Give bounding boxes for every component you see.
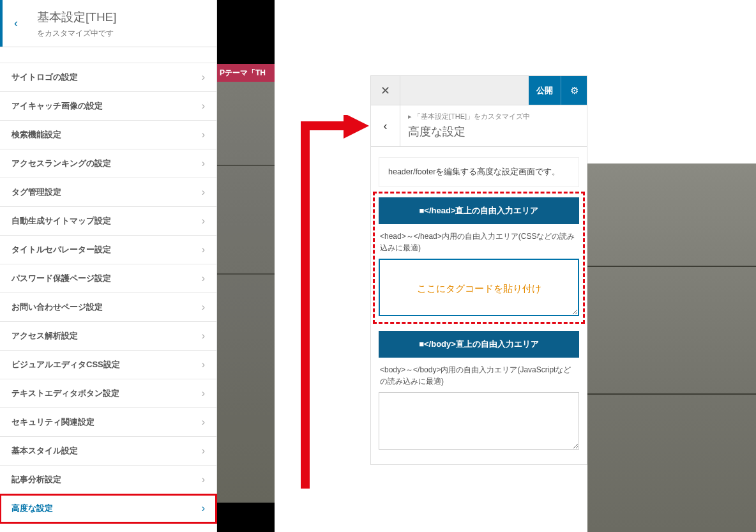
menu-item-label: サイトロゴの設定 bbox=[11, 72, 78, 83]
customizer-right-panel: ✕ 公開 ⚙ ‹ ▸ 「基本設定[THE]」をカスタマイズ中 高度な設定 hea… bbox=[370, 75, 587, 465]
menu-item-14[interactable]: 記事分析設定› bbox=[0, 466, 216, 494]
menu-item-label: 基本スタイル設定 bbox=[11, 445, 78, 457]
back-button[interactable]: ‹ bbox=[371, 105, 400, 146]
chevron-right-icon: › bbox=[202, 129, 205, 141]
settings-gear-button[interactable]: ⚙ bbox=[561, 76, 587, 105]
menu-item-16[interactable]: ユーザーID設定› bbox=[0, 523, 216, 532]
menu-item-label: ビジュアルエディタCSS設定 bbox=[11, 359, 120, 370]
close-icon: ✕ bbox=[381, 84, 390, 98]
chevron-right-icon: › bbox=[202, 388, 205, 399]
section-header: ■</body>直上の自由入力エリア bbox=[379, 331, 579, 358]
chevron-right-icon: › bbox=[202, 416, 205, 428]
menu-item-0[interactable]: サイトロゴの設定› bbox=[0, 63, 216, 92]
right-preview-bg bbox=[587, 163, 756, 532]
menu-item-6[interactable]: タイトルセパレーター設定› bbox=[0, 236, 216, 264]
menu-item-label: タイトルセパレーター設定 bbox=[11, 244, 111, 255]
chevron-right-icon: › bbox=[202, 100, 205, 112]
section-description: <body>～</body>内用の自由入力エリア(JavaScriptなどの読み… bbox=[379, 358, 579, 392]
body-inject-section: ■</body>直上の自由入力エリア <body>～</body>内用の自由入力… bbox=[379, 331, 579, 452]
annotation-arrow-icon bbox=[216, 115, 369, 498]
section-description: <head>～</head>内用の自由入力エリア(CSSなどの読み込みに最適) bbox=[379, 224, 579, 259]
menu-item-15[interactable]: 高度な設定› bbox=[0, 494, 216, 523]
chevron-right-icon: › bbox=[202, 72, 205, 83]
head-inject-section: ■</head>直上の自由入力エリア <head>～</head>内用の自由入力… bbox=[379, 197, 579, 318]
menu-item-label: 自動生成サイトマップ設定 bbox=[11, 215, 111, 227]
gear-icon: ⚙ bbox=[570, 85, 578, 96]
panel-subtitle: をカスタマイズ中です bbox=[37, 28, 117, 39]
chevron-left-icon: ‹ bbox=[384, 119, 388, 133]
panel-title: 基本設定[THE] bbox=[37, 9, 117, 26]
chevron-right-icon: › bbox=[202, 158, 205, 169]
theme-top-bar-text: Pテーマ「TH bbox=[220, 68, 266, 79]
menu-item-1[interactable]: アイキャッチ画像の設定› bbox=[0, 92, 216, 121]
customizer-left-panel: ‹ 基本設定[THE] をカスタマイズ中です サイトロゴの設定›アイキャッチ画像… bbox=[0, 0, 217, 532]
close-button[interactable]: ✕ bbox=[371, 76, 400, 105]
head-code-textarea[interactable] bbox=[379, 259, 579, 316]
panel-description: header/footerを編集する高度な設定画面です。 bbox=[379, 157, 579, 187]
menu-item-4[interactable]: タグ管理設定› bbox=[0, 178, 216, 207]
menu-item-10[interactable]: ビジュアルエディタCSS設定› bbox=[0, 351, 216, 379]
menu-item-label: アクセス解析設定 bbox=[11, 330, 78, 342]
menu-item-3[interactable]: アクセスランキングの設定› bbox=[0, 149, 216, 178]
chevron-right-icon: › bbox=[202, 215, 205, 227]
publish-label: 公開 bbox=[536, 85, 553, 96]
menu-item-label: お問い合わせページ設定 bbox=[11, 301, 103, 313]
chevron-right-icon: › bbox=[202, 330, 205, 342]
chevron-right-icon: › bbox=[202, 503, 205, 514]
chevron-right-icon: › bbox=[202, 359, 205, 370]
menu-item-12[interactable]: セキュリティ関連設定› bbox=[0, 408, 216, 437]
theme-top-bar: Pテーマ「TH bbox=[217, 64, 275, 82]
menu-item-5[interactable]: 自動生成サイトマップ設定› bbox=[0, 207, 216, 236]
chevron-right-icon: › bbox=[202, 273, 205, 284]
menu-item-label: タグ管理設定 bbox=[11, 186, 61, 198]
menu-item-13[interactable]: 基本スタイル設定› bbox=[0, 437, 216, 466]
menu-item-label: アイキャッチ画像の設定 bbox=[11, 100, 103, 112]
panel-header: ‹ 基本設定[THE] をカスタマイズ中です bbox=[0, 0, 216, 47]
menu-item-label: セキュリティ関連設定 bbox=[11, 416, 94, 428]
menu-item-2[interactable]: 検索機能設定› bbox=[0, 121, 216, 149]
breadcrumb: ‹ ▸ 「基本設定[THE]」をカスタマイズ中 高度な設定 bbox=[371, 105, 587, 147]
body-code-textarea[interactable] bbox=[379, 392, 579, 450]
menu-item-7[interactable]: パスワード保護ページ設定› bbox=[0, 264, 216, 293]
menu-item-label: 高度な設定 bbox=[11, 503, 53, 514]
chevron-left-icon: ‹ bbox=[14, 17, 18, 30]
svg-marker-0 bbox=[344, 115, 369, 139]
breadcrumb-path: ▸ 「基本設定[THE]」をカスタマイズ中 bbox=[408, 112, 530, 121]
chevron-right-icon: › bbox=[202, 301, 205, 313]
menu-item-label: アクセスランキングの設定 bbox=[11, 158, 111, 169]
settings-menu: サイトロゴの設定›アイキャッチ画像の設定›検索機能設定›アクセスランキングの設定… bbox=[0, 63, 216, 532]
menu-item-11[interactable]: テキストエディタボタン設定› bbox=[0, 379, 216, 408]
menu-item-label: 検索機能設定 bbox=[11, 129, 61, 141]
menu-item-8[interactable]: お問い合わせページ設定› bbox=[0, 293, 216, 322]
chevron-right-icon: › bbox=[202, 244, 205, 255]
chevron-right-icon: › bbox=[202, 474, 205, 485]
menu-item-9[interactable]: アクセス解析設定› bbox=[0, 322, 216, 351]
menu-item-label: パスワード保護ページ設定 bbox=[11, 273, 111, 284]
chevron-right-icon: › bbox=[202, 186, 205, 198]
menu-item-label: テキストエディタボタン設定 bbox=[11, 388, 119, 399]
back-button[interactable]: ‹ bbox=[0, 0, 29, 47]
menu-item-label: 記事分析設定 bbox=[11, 474, 61, 485]
section-header: ■</head>直上の自由入力エリア bbox=[379, 197, 579, 224]
publish-button[interactable]: 公開 bbox=[529, 76, 561, 105]
panel-topbar: ✕ 公開 ⚙ bbox=[371, 76, 587, 105]
breadcrumb-title: 高度な設定 bbox=[408, 124, 530, 139]
chevron-right-icon: › bbox=[202, 445, 205, 457]
